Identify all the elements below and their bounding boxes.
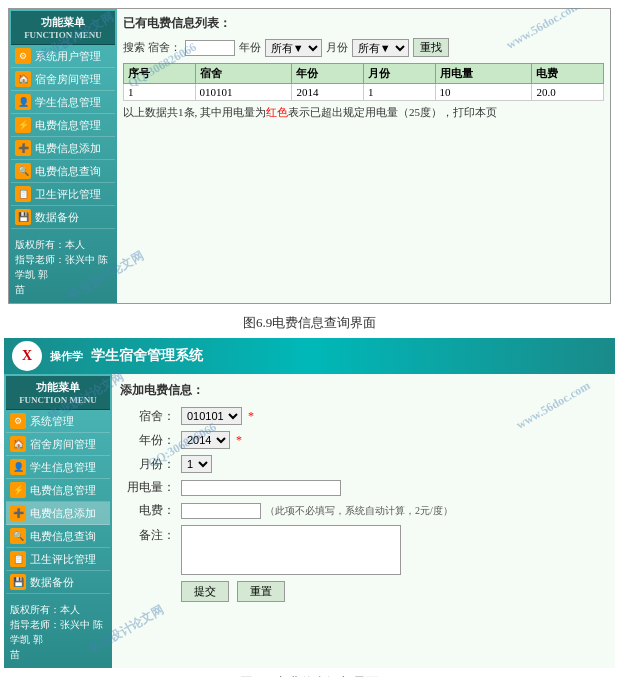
sidebar-item-room[interactable]: 🏠 宿舍房间管理 [11, 68, 115, 91]
form-area: 添加电费信息： 宿舍： 010101 * 年份： 2014 * [112, 374, 615, 668]
usage-form-label: 用电量： [120, 479, 175, 496]
note-form-label: 备注： [120, 525, 175, 544]
col-header-fee: 电费 [532, 64, 604, 84]
table-cell: 1 [124, 84, 196, 101]
b-elec-mgmt-icon: ⚡ [10, 482, 26, 498]
bottom-sidebar-item-sanitation[interactable]: 📋 卫生评比管理 [6, 548, 110, 571]
top-main-content: 已有电费信息列表： 搜索 宿舍： 年份 所有▼ 月份 所有▼ 重找 [117, 9, 610, 303]
b-elec-add-icon: ➕ [10, 505, 26, 521]
search-bar: 搜索 宿舍： 年份 所有▼ 月份 所有▼ 重找 [123, 38, 604, 57]
room-select[interactable]: 010101 [181, 407, 242, 425]
sidebar-item-elec-mgmt[interactable]: ⚡ 电费信息管理 [11, 114, 115, 137]
app-name: 学生宿舍管理系统 [91, 347, 203, 365]
form-row-note: 备注： [120, 525, 607, 575]
bottom-screenshot: X 操作学 学生宿舍管理系统 功能菜单 FUNCTION MENU ⚙ 系统管理 [4, 338, 615, 668]
elec-query-icon: 🔍 [15, 163, 31, 179]
sidebar-title: 功能菜单 [13, 15, 113, 30]
top-screenshot: 功能菜单 FUNCTION MENU ⚙ 系统用户管理 🏠 宿舍房间管理 👤 学… [4, 8, 615, 304]
sidebar-item-label: 学生信息管理 [35, 95, 101, 110]
year-asterisk: * [236, 433, 242, 448]
year-select[interactable]: 所有▼ [265, 39, 322, 57]
sidebar-item-label: 卫生评比管理 [35, 187, 101, 202]
sidebar-item-label: 电费信息添加 [30, 506, 96, 521]
bottom-sidebar: 功能菜单 FUNCTION MENU ⚙ 系统管理 🏠 宿舍房间管理 👤 学生信… [4, 374, 112, 668]
data-table: 序号 宿舍 年份 月份 用电量 电费 1010101201411020.0 [123, 63, 604, 101]
table-cell: 1 [363, 84, 435, 101]
form-title: 添加电费信息： [120, 382, 607, 399]
year-form-select[interactable]: 2014 [181, 431, 230, 449]
elec-add-icon: ➕ [15, 140, 31, 156]
note-textarea[interactable] [181, 525, 401, 575]
footer-line3: 苗 [15, 282, 111, 297]
form-row-month: 月份： 1 [120, 455, 607, 473]
sidebar-item-label: 电费信息查询 [35, 164, 101, 179]
b-elec-query-icon: 🔍 [10, 528, 26, 544]
bottom-sidebar-item-system[interactable]: ⚙ 系统管理 [6, 410, 110, 433]
app-header: X 操作学 学生宿舍管理系统 [4, 338, 615, 374]
submit-button[interactable]: 提交 [181, 581, 229, 602]
sidebar-item-system[interactable]: ⚙ 系统用户管理 [11, 45, 115, 68]
b-footer-line2: 指导老师：张兴中 陈学凯 郭 [10, 617, 106, 647]
b-backup-icon: 💾 [10, 574, 26, 590]
sidebar-item-label: 数据备份 [35, 210, 79, 225]
table-cell: 010101 [195, 84, 292, 101]
sidebar-item-elec-query[interactable]: 🔍 电费信息查询 [11, 160, 115, 183]
usage-input[interactable] [181, 480, 341, 496]
bottom-sidebar-item-elec-query[interactable]: 🔍 电费信息查询 [6, 525, 110, 548]
reset-form-button[interactable]: 重置 [237, 581, 285, 602]
form-row-usage: 用电量： [120, 479, 607, 496]
fee-input[interactable] [181, 503, 261, 519]
sidebar-item-sanitation[interactable]: 📋 卫生评比管理 [11, 183, 115, 206]
table-info: 以上数据共1条, 其中用电量为红色表示已超出规定用电量（25度），打印本页 [123, 105, 604, 120]
year-form-label: 年份： [120, 432, 175, 449]
sidebar-item-label: 系统管理 [30, 414, 74, 429]
fee-form-label: 电费： [120, 502, 175, 519]
page-wrapper: 功能菜单 FUNCTION MENU ⚙ 系统用户管理 🏠 宿舍房间管理 👤 学… [0, 0, 619, 677]
form-row-fee: 电费： （此项不必填写，系统自动计算，2元/度） [120, 502, 607, 519]
form-row-year: 年份： 2014 * [120, 431, 607, 449]
bottom-sidebar-footer: 版权所有：本人 指导老师：张兴中 陈学凯 郭 苗 [6, 598, 110, 666]
table-cell: 20.0 [532, 84, 604, 101]
sidebar-item-label: 系统用户管理 [35, 49, 101, 64]
sidebar-item-label: 电费信息查询 [30, 529, 96, 544]
month-label: 月份 [326, 40, 348, 55]
col-header-usage: 用电量 [435, 64, 532, 84]
sidebar-item-elec-add[interactable]: ➕ 电费信息添加 [11, 137, 115, 160]
sidebar-item-backup[interactable]: 💾 数据备份 [11, 206, 115, 229]
bottom-sidebar-title: 功能菜单 [8, 380, 108, 395]
logo: X [12, 341, 42, 371]
bottom-sidebar-item-student[interactable]: 👤 学生信息管理 [6, 456, 110, 479]
month-form-select[interactable]: 1 [181, 455, 212, 473]
search-label1: 搜索 宿舍： [123, 40, 181, 55]
sidebar-header: 功能菜单 FUNCTION MENU [11, 11, 115, 45]
table-cell: 10 [435, 84, 532, 101]
table-row: 1010101201411020.0 [124, 84, 604, 101]
room-asterisk: * [248, 409, 254, 424]
top-sidebar: 功能菜单 FUNCTION MENU ⚙ 系统用户管理 🏠 宿舍房间管理 👤 学… [9, 9, 117, 303]
sidebar-item-label: 宿舍房间管理 [35, 72, 101, 87]
room-icon: 🏠 [15, 71, 31, 87]
reset-button[interactable]: 重找 [413, 38, 449, 57]
footer-line1: 版权所有：本人 [15, 237, 111, 252]
caption-bottom: 图6.10电费信息添加界面 [4, 668, 615, 677]
month-select[interactable]: 所有▼ [352, 39, 409, 57]
sanitation-icon: 📋 [15, 186, 31, 202]
sidebar-item-label: 宿舍房间管理 [30, 437, 96, 452]
bottom-sidebar-header: 功能菜单 FUNCTION MENU [6, 376, 110, 410]
bottom-sidebar-item-backup[interactable]: 💾 数据备份 [6, 571, 110, 594]
sidebar-item-label: 数据备份 [30, 575, 74, 590]
b-student-icon: 👤 [10, 459, 26, 475]
fee-hint: （此项不必填写，系统自动计算，2元/度） [265, 504, 453, 518]
bottom-sidebar-item-elec-add[interactable]: ➕ 电费信息添加 [6, 502, 110, 525]
sidebar-item-label: 卫生评比管理 [30, 552, 96, 567]
search-input-room[interactable] [185, 40, 235, 56]
year-label: 年份 [239, 40, 261, 55]
bottom-sidebar-item-elec-mgmt[interactable]: ⚡ 电费信息管理 [6, 479, 110, 502]
bottom-sidebar-item-room[interactable]: 🏠 宿舍房间管理 [6, 433, 110, 456]
red-text: 红色 [266, 106, 288, 118]
col-header-month: 月份 [363, 64, 435, 84]
sidebar-item-label: 电费信息管理 [30, 483, 96, 498]
sidebar-footer: 版权所有：本人 指导老师：张兴中 陈学凯 郭 苗 [11, 233, 115, 301]
form-buttons: 提交 重置 [181, 581, 607, 602]
sidebar-item-student[interactable]: 👤 学生信息管理 [11, 91, 115, 114]
